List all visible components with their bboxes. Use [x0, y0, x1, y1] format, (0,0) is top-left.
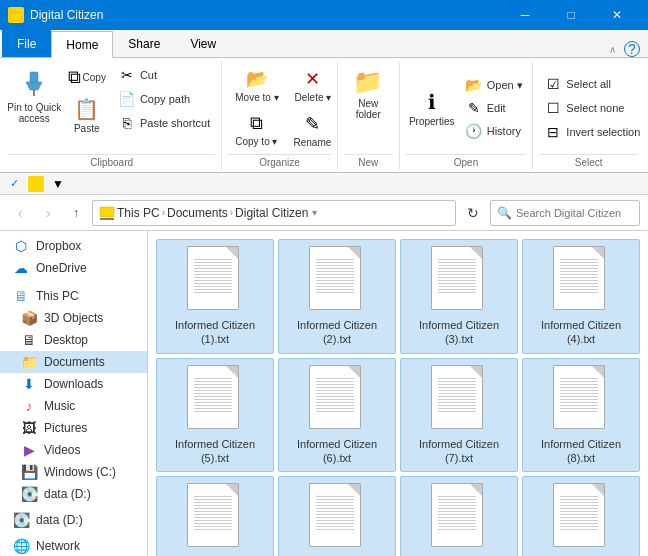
copy-path-button[interactable]: 📄 Copy path	[113, 88, 215, 110]
minimize-button[interactable]: ─	[502, 0, 548, 30]
sidebar-item-windows-c[interactable]: 💾 Windows (C:)	[0, 461, 147, 483]
rename-button[interactable]: ✎ Rename	[287, 109, 339, 152]
sidebar-desktop-label: Desktop	[44, 333, 88, 347]
breadcrumb-sep1: ›	[162, 207, 165, 218]
properties-icon: ℹ	[428, 90, 436, 114]
select-none-button[interactable]: ☐ Select none	[539, 97, 629, 119]
sidebar-item-videos[interactable]: ▶ Videos	[0, 439, 147, 461]
breadcrumb-bar[interactable]: This PC › Documents › Digital Citizen ▾	[92, 200, 456, 226]
qat-check[interactable]: ✓	[4, 175, 24, 193]
file-item-9[interactable]: Informed Citizen (9).txt	[156, 476, 274, 556]
sidebar-item-documents[interactable]: 📁 Documents	[0, 351, 147, 373]
file-item-7[interactable]: Informed Citizen (7).txt	[400, 358, 518, 473]
file-item-12[interactable]: Informed Citizen (12).txt	[522, 476, 640, 556]
properties-button[interactable]: ℹ Properties	[406, 86, 458, 131]
history-button[interactable]: 🕐 History	[460, 120, 528, 142]
app-icon	[8, 7, 24, 23]
copy-button[interactable]: ⧉ Copy	[63, 64, 111, 91]
breadcrumb-dropdown-icon[interactable]: ▾	[312, 207, 317, 218]
edit-label: Edit	[487, 102, 506, 114]
history-icon: 🕐	[465, 123, 483, 139]
sidebar-item-pictures[interactable]: 🖼 Pictures	[0, 417, 147, 439]
select-all-label: Select all	[566, 78, 611, 90]
search-input[interactable]	[516, 207, 648, 219]
edit-icon: ✎	[465, 100, 483, 116]
sidebar-item-3d-objects[interactable]: 📦 3D Objects	[0, 307, 147, 329]
file-item-8[interactable]: Informed Citizen (8).txt	[522, 358, 640, 473]
sidebar-3d-label: 3D Objects	[44, 311, 103, 325]
file-item-2[interactable]: Informed Citizen (2).txt	[278, 239, 396, 354]
file-item-4[interactable]: Informed Citizen (4).txt	[522, 239, 640, 354]
ribbon-collapse-button[interactable]: ∧	[609, 44, 616, 55]
rename-label: Rename	[294, 137, 332, 148]
clipboard-label: Clipboard	[8, 154, 215, 170]
new-folder-button[interactable]: 📁 Newfolder	[344, 64, 392, 124]
file-name: Informed Citizen (3).txt	[414, 318, 504, 347]
sidebar-item-onedrive[interactable]: ☁ OneDrive	[0, 257, 147, 279]
sidebar-downloads-label: Downloads	[44, 377, 103, 391]
forward-button[interactable]: ›	[36, 201, 60, 225]
tab-home[interactable]: Home	[51, 31, 113, 58]
refresh-button[interactable]: ↻	[460, 200, 486, 226]
sidebar-item-desktop[interactable]: 🖥 Desktop	[0, 329, 147, 351]
file-name: Informed Citizen (8).txt	[536, 437, 626, 466]
paste-shortcut-button[interactable]: ⎘ Paste shortcut	[113, 112, 215, 134]
copy-to-label: Copy to ▾	[235, 136, 277, 147]
open-button[interactable]: 📂 Open ▾	[460, 74, 528, 96]
close-button[interactable]: ✕	[594, 0, 640, 30]
file-page	[309, 483, 361, 547]
sidebar-item-data-d1[interactable]: 💽 data (D:)	[0, 483, 147, 505]
sidebar-item-data-d2[interactable]: 💽 data (D:)	[0, 509, 147, 531]
invert-icon: ⊟	[544, 124, 562, 140]
pin-to-quick-button[interactable]: Pin to Quickaccess	[8, 64, 61, 128]
qat-dropdown[interactable]: ▼	[48, 175, 68, 193]
paste-button[interactable]: 📋 Paste	[63, 93, 111, 138]
file-icon	[431, 246, 487, 314]
sidebar-item-network[interactable]: 🌐 Network	[0, 535, 147, 556]
window-controls: ─ □ ✕	[502, 0, 640, 30]
sidebar-item-this-pc[interactable]: 🖥 This PC	[0, 285, 147, 307]
invert-selection-button[interactable]: ⊟ Invert selection	[539, 121, 645, 143]
file-item-3[interactable]: Informed Citizen (3).txt	[400, 239, 518, 354]
ribbon-group-new: 📁 Newfolder New	[340, 62, 400, 170]
maximize-button[interactable]: □	[548, 0, 594, 30]
file-item-1[interactable]: Informed Citizen (1).txt	[156, 239, 274, 354]
tab-share[interactable]: Share	[113, 30, 175, 57]
file-name: Informed Citizen (7).txt	[414, 437, 504, 466]
svg-marker-3	[26, 82, 42, 90]
help-button[interactable]: ?	[624, 41, 640, 57]
sidebar-item-downloads[interactable]: ⬇ Downloads	[0, 373, 147, 395]
breadcrumb-documents: Documents	[167, 206, 228, 220]
file-item-5[interactable]: Informed Citizen (5).txt	[156, 358, 274, 473]
file-page	[431, 483, 483, 547]
paste-shortcut-label: Paste shortcut	[140, 117, 210, 129]
cut-icon: ✂	[118, 67, 136, 83]
delete-button[interactable]: ✕ Delete ▾	[288, 64, 339, 107]
tab-view[interactable]: View	[175, 30, 231, 57]
back-button[interactable]: ‹	[8, 201, 32, 225]
copy-to-button[interactable]: ⧉ Copy to ▾	[228, 109, 284, 152]
quick-access-toolbar: ✓ ▼	[0, 173, 648, 195]
cut-button[interactable]: ✂ Cut	[113, 64, 215, 86]
file-item-11[interactable]: Informed Citizen (11).txt	[400, 476, 518, 556]
file-page	[309, 246, 361, 310]
sidebar-this-pc-label: This PC	[36, 289, 79, 303]
dropbox-icon: ⬡	[12, 238, 30, 254]
file-item-6[interactable]: Informed Citizen (6).txt	[278, 358, 396, 473]
file-icon	[187, 246, 243, 314]
window-title: Digital Citizen	[30, 8, 103, 22]
copy-to-icon: ⧉	[250, 113, 263, 134]
move-to-button[interactable]: 📂 Move to ▾	[228, 64, 285, 107]
file-item-10[interactable]: Informed Citizen (10).txt	[278, 476, 396, 556]
sidebar: ⬡ Dropbox ☁ OneDrive 🖥 This PC 📦 3D Obje…	[0, 231, 148, 556]
videos-icon: ▶	[20, 442, 38, 458]
up-button[interactable]: ↑	[64, 201, 88, 225]
edit-button[interactable]: ✎ Edit	[460, 97, 528, 119]
sidebar-item-music[interactable]: ♪ Music	[0, 395, 147, 417]
sidebar-item-dropbox[interactable]: ⬡ Dropbox	[0, 235, 147, 257]
svg-rect-1	[10, 10, 15, 13]
tab-file[interactable]: File	[2, 30, 51, 57]
select-all-button[interactable]: ☑ Select all	[539, 73, 616, 95]
properties-label: Properties	[409, 116, 455, 127]
sidebar-network-label: Network	[36, 539, 80, 553]
